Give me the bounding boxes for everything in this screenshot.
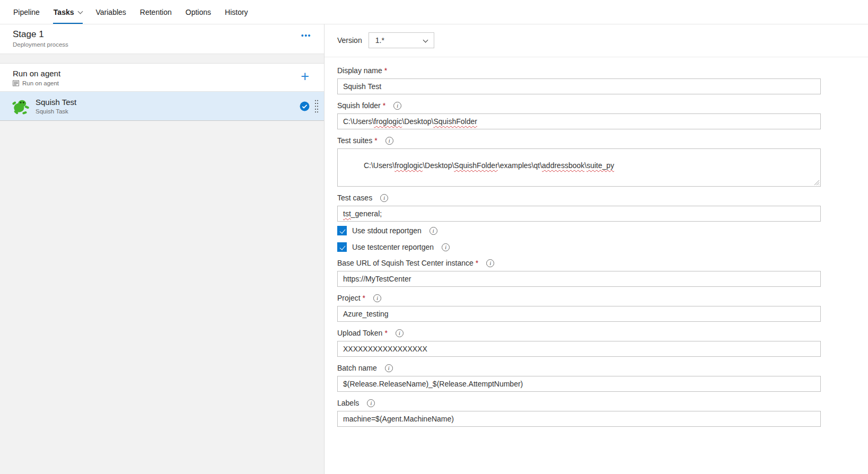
batch-name-input[interactable]: $(Release.ReleaseName)_$(Release.Attempt…	[337, 376, 821, 392]
info-icon[interactable]: i	[442, 243, 450, 251]
squish-task-icon	[12, 97, 30, 115]
input-value: $(Release.ReleaseName)_$(Release.Attempt…	[343, 380, 523, 388]
task-title: Squish Test	[36, 98, 76, 107]
info-icon[interactable]: i	[385, 137, 393, 145]
info-icon[interactable]: i	[396, 329, 404, 337]
stdout-reportgen-checkbox[interactable]	[337, 226, 347, 235]
input-value: Squish Test	[343, 82, 381, 91]
version-section: Version 1.*	[325, 24, 868, 57]
stage-header: Stage 1 Deployment process •••	[0, 24, 324, 54]
version-select[interactable]: 1.*	[369, 32, 434, 48]
input-value: https://MyTestCenter	[343, 275, 411, 283]
misspelled-segment: tst	[343, 209, 351, 218]
required-marker: *	[383, 101, 385, 110]
display-name-input[interactable]: Squish Test	[337, 78, 821, 94]
info-icon[interactable]: i	[393, 102, 401, 110]
text-segment: \Desktop\	[423, 161, 454, 170]
tab-label: Retention	[140, 8, 172, 16]
task-list: Run on agent Run on agent +	[0, 54, 324, 121]
field-label: Test suites	[337, 136, 372, 145]
tab-label: History	[225, 8, 248, 16]
resize-grip-icon[interactable]	[814, 180, 819, 185]
tab-options[interactable]: Options	[179, 0, 218, 24]
upload-token-input[interactable]: XXXXXXXXXXXXXXXXX	[337, 341, 821, 357]
labels-input[interactable]: machine=$(Agent.MachineName)	[337, 411, 821, 427]
field-upload-token: Upload Token * i XXXXXXXXXXXXXXXXX	[337, 329, 821, 357]
agent-phase-row[interactable]: Run on agent Run on agent +	[0, 64, 324, 91]
version-label: Version	[337, 36, 362, 45]
checkbox-label: Use stdout reportgen	[352, 226, 422, 235]
agent-phase-icon	[13, 80, 19, 86]
tab-variables[interactable]: Variables	[89, 0, 133, 24]
task-settings-panel: Version 1.* Display name * Squish Test	[325, 24, 868, 474]
chevron-down-icon	[423, 37, 428, 42]
info-icon[interactable]: i	[373, 294, 381, 302]
pipeline-tab-bar: Pipeline Tasks Variables Retention Optio…	[0, 0, 868, 24]
testcenter-reportgen-checkbox[interactable]	[337, 242, 347, 252]
misspelled-segment: suite_py	[586, 161, 614, 170]
info-icon[interactable]: i	[429, 227, 437, 235]
field-label: Batch name	[337, 364, 377, 372]
stage-subtitle: Deployment process	[13, 41, 68, 48]
test-cases-input[interactable]: tst_general;	[337, 206, 821, 222]
tab-tasks[interactable]: Tasks	[47, 0, 89, 24]
info-icon[interactable]: i	[486, 259, 494, 267]
field-label: Display name	[337, 66, 382, 75]
field-base-url: Base URL of Squish Test Center instance …	[337, 259, 821, 287]
text-segment: _general;	[351, 209, 382, 218]
required-marker: *	[384, 329, 387, 337]
info-icon[interactable]: i	[380, 194, 388, 202]
field-use-stdout-reportgen: Use stdout reportgen i	[337, 226, 821, 235]
field-test-suites: Test suites * i C:\Users\froglogic\Deskt…	[337, 136, 821, 187]
project-input[interactable]: Azure_testing	[337, 306, 821, 322]
tab-retention[interactable]: Retention	[133, 0, 179, 24]
field-label: Squish folder	[337, 101, 381, 110]
squish-folder-input[interactable]: C:\Users\froglogic\Desktop\SquishFolder	[337, 113, 821, 129]
test-suites-textarea[interactable]: C:\Users\froglogic\Desktop\SquishFolder\…	[337, 148, 821, 187]
tab-history[interactable]: History	[218, 0, 255, 24]
tab-label: Variables	[96, 8, 126, 16]
chevron-down-icon	[77, 8, 83, 14]
field-project: Project * i Azure_testing	[337, 294, 821, 322]
agent-phase-title: Run on agent	[13, 69, 60, 78]
misspelled-segment: froglogic	[374, 117, 402, 126]
more-options-icon[interactable]: •••	[297, 29, 315, 42]
checkbox-label: Use testcenter reportgen	[352, 243, 434, 251]
misspelled-segment: froglogic	[394, 161, 423, 170]
misspelled-segment: addressbook	[542, 161, 584, 170]
stage-tasks-panel: Stage 1 Deployment process ••• Run on ag…	[0, 24, 325, 474]
task-subtitle: Squish Task	[36, 108, 76, 115]
field-use-testcenter-reportgen: Use testcenter reportgen i	[337, 242, 821, 252]
misspelled-segment: SquishFolder	[433, 117, 477, 126]
field-batch-name: Batch name i $(Release.ReleaseName)_$(Re…	[337, 364, 821, 392]
version-value: 1.*	[375, 36, 384, 45]
input-value: machine=$(Agent.MachineName)	[343, 415, 454, 423]
agent-phase-subtitle: Run on agent	[22, 80, 59, 86]
agent-phase-card: Run on agent Run on agent +	[0, 63, 324, 121]
field-labels: Labels i machine=$(Agent.MachineName)	[337, 399, 821, 427]
field-squish-folder: Squish folder * i C:\Users\froglogic\Des…	[337, 101, 821, 129]
info-icon[interactable]: i	[367, 399, 375, 407]
field-label: Project	[337, 294, 361, 302]
required-marker: *	[384, 66, 387, 75]
task-form: Display name * Squish Test Squish folder…	[325, 57, 868, 444]
stage-title: Stage 1	[13, 29, 68, 40]
tab-pipeline[interactable]: Pipeline	[6, 0, 47, 24]
input-value: Azure_testing	[343, 310, 389, 318]
required-marker: *	[363, 294, 365, 302]
input-value: XXXXXXXXXXXXXXXXX	[343, 345, 427, 353]
text-segment: \examples\qt\	[498, 161, 542, 170]
text-segment: \Desktop\	[402, 117, 433, 126]
check-circle-icon	[300, 101, 310, 111]
field-label: Test cases	[337, 194, 372, 202]
tab-label: Options	[186, 8, 211, 16]
task-row-squish-test[interactable]: Squish Test Squish Task	[0, 91, 324, 120]
info-icon[interactable]: i	[385, 364, 393, 372]
tab-label: Pipeline	[13, 8, 40, 16]
required-marker: *	[476, 259, 478, 267]
add-task-icon[interactable]: +	[296, 69, 317, 86]
drag-handle-icon[interactable]	[314, 99, 319, 113]
field-display-name: Display name * Squish Test	[337, 66, 821, 94]
base-url-input[interactable]: https://MyTestCenter	[337, 271, 821, 287]
field-label: Upload Token	[337, 329, 382, 337]
